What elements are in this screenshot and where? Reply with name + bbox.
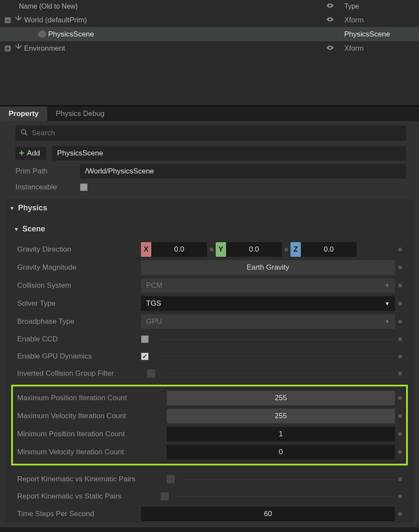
- section-physics-header[interactable]: ▼ Physics: [5, 199, 414, 217]
- collision-system-select[interactable]: PCM▼: [141, 278, 395, 293]
- tabs-bar: Property Physics Debug: [0, 106, 419, 121]
- reset-dot[interactable]: [398, 248, 402, 251]
- y-badge: Y: [216, 242, 226, 257]
- section-scene-header[interactable]: ▼ Scene: [11, 220, 408, 238]
- visibility-header-icon: [319, 3, 341, 10]
- row-broadphase-type: Broadphase Type GPU▼: [17, 313, 402, 331]
- axis-icon: [12, 16, 24, 24]
- row-max-vel-iter: Maximum Velocity Iteration Count: [17, 407, 402, 425]
- gravity-x: X: [141, 242, 207, 257]
- max-vel-input[interactable]: [167, 409, 395, 423]
- min-pos-input[interactable]: [167, 427, 395, 441]
- instanceable-checkbox[interactable]: [80, 183, 88, 191]
- search-row: [15, 125, 406, 141]
- tab-physics-debug[interactable]: Physics Debug: [47, 106, 113, 121]
- row-gravity-direction: Gravity Direction X Y: [17, 240, 402, 258]
- x-badge: X: [141, 242, 151, 257]
- reset-dot[interactable]: [398, 477, 402, 481]
- reset-dot[interactable]: [398, 372, 402, 375]
- row-solver-type: Solver Type TGS▼: [17, 295, 402, 313]
- plus-icon: +: [19, 149, 24, 158]
- reset-dot[interactable]: [398, 355, 402, 358]
- reset-dot[interactable]: [210, 248, 213, 251]
- outliner-header-name[interactable]: Name (Old to New): [3, 3, 319, 10]
- row-enable-gpu: Enable GPU Dynamics: [17, 348, 402, 365]
- row-max-pos-iter: Maximum Position Iteration Count: [17, 389, 402, 407]
- section-physics: ▼ Physics ▼ Scene Gravity Direction X: [5, 199, 414, 523]
- outliner-header: Name (Old to New) Type: [0, 0, 419, 13]
- svg-point-0: [21, 130, 26, 134]
- row-collision-system: Collision System PCM▼: [17, 277, 402, 295]
- add-button-label: Add: [27, 149, 40, 158]
- property-panel: + Add PhysicsScene Prim Path /World/Phys…: [0, 121, 419, 527]
- gravity-y: Y: [216, 242, 282, 257]
- gravity-x-input[interactable]: [151, 242, 207, 257]
- reset-dot[interactable]: [398, 320, 402, 323]
- outliner-header-type: Type: [341, 3, 416, 10]
- visibility-toggle[interactable]: [319, 16, 341, 24]
- reset-dot[interactable]: [398, 414, 402, 418]
- search-icon: [21, 129, 28, 137]
- inverted-filter-checkbox[interactable]: [147, 370, 155, 377]
- reset-dot[interactable]: [398, 284, 402, 287]
- chevron-down-icon: ▼: [382, 319, 390, 325]
- add-button[interactable]: + Add: [15, 147, 46, 160]
- row-gravity-magnitude: Gravity Magnitude Earth Gravity: [17, 258, 402, 277]
- search-input[interactable]: [32, 129, 401, 137]
- prim-name-field[interactable]: PhysicsScene: [52, 146, 406, 161]
- broadphase-select[interactable]: GPU▼: [141, 314, 395, 329]
- gravity-y-input[interactable]: [226, 242, 282, 257]
- row-min-pos-iter: Minimum Position Iteration Count: [17, 425, 402, 443]
- tree-item-name: Environment: [24, 44, 319, 53]
- reset-dot[interactable]: [398, 302, 402, 305]
- min-vel-input[interactable]: [167, 445, 395, 459]
- enable-ccd-checkbox[interactable]: [141, 335, 149, 343]
- row-report-kk: Report Kinematic vs Kinematic Pairs: [17, 471, 402, 488]
- max-pos-input[interactable]: [167, 391, 395, 405]
- reset-dot[interactable]: [398, 512, 402, 516]
- row-enable-ccd: Enable CCD: [17, 331, 402, 348]
- svg-line-1: [25, 134, 27, 135]
- prim-path-field[interactable]: /World/PhysicsScene: [80, 164, 406, 179]
- reset-dot[interactable]: [284, 248, 288, 251]
- cube-icon: [36, 30, 48, 38]
- report-ks-checkbox[interactable]: [161, 492, 168, 500]
- enable-gpu-checkbox[interactable]: [141, 353, 149, 360]
- reset-dot[interactable]: [398, 432, 402, 436]
- tsps-input[interactable]: [141, 507, 395, 521]
- reset-dot[interactable]: [398, 450, 402, 454]
- reset-dot[interactable]: [398, 396, 402, 400]
- visibility-toggle[interactable]: [319, 44, 341, 53]
- gravity-z: Z: [291, 242, 357, 257]
- outliner-tree: −World (defaultPrim)XformPhysicsScenePhy…: [0, 13, 419, 55]
- section-scene: ▼ Scene Gravity Direction X: [11, 220, 408, 523]
- reset-dot[interactable]: [398, 337, 402, 341]
- reset-dot[interactable]: [398, 495, 402, 498]
- prim-path-label: Prim Path: [15, 167, 74, 176]
- expand-toggle[interactable]: −: [3, 17, 12, 23]
- row-tsps: Time Steps Per Second: [17, 505, 402, 523]
- report-kk-checkbox[interactable]: [167, 475, 174, 483]
- tree-item-type: Xform: [341, 44, 416, 53]
- chevron-down-icon: ▼: [14, 226, 19, 232]
- iteration-counts-highlight: Maximum Position Iteration Count Maximum…: [11, 385, 408, 465]
- chevron-down-icon: ▼: [382, 301, 390, 307]
- expand-toggle[interactable]: +: [3, 46, 12, 52]
- axis-icon: [12, 45, 24, 52]
- row-min-vel-iter: Minimum Velocity Iteration Count: [17, 443, 402, 461]
- earth-gravity-button[interactable]: Earth Gravity: [141, 260, 395, 275]
- tree-item-type: PhysicsScene: [341, 30, 416, 39]
- z-badge: Z: [291, 242, 301, 257]
- row-report-ks: Report Kinematic vs Static Pairs: [17, 488, 402, 505]
- solver-type-select[interactable]: TGS▼: [141, 296, 395, 311]
- tree-item-name: World (defaultPrim): [24, 16, 319, 24]
- gravity-z-input[interactable]: [301, 242, 357, 257]
- row-inverted-filter: Inverted Collision Group Filter: [17, 365, 402, 382]
- tree-row[interactable]: −World (defaultPrim)Xform: [0, 13, 419, 27]
- tree-row[interactable]: PhysicsScenePhysicsScene: [0, 27, 419, 41]
- reset-dot[interactable]: [398, 266, 402, 269]
- tree-item-name: PhysicsScene: [48, 30, 319, 39]
- tree-row[interactable]: +EnvironmentXform: [0, 41, 419, 55]
- tree-item-type: Xform: [341, 16, 416, 24]
- tab-property[interactable]: Property: [0, 106, 47, 121]
